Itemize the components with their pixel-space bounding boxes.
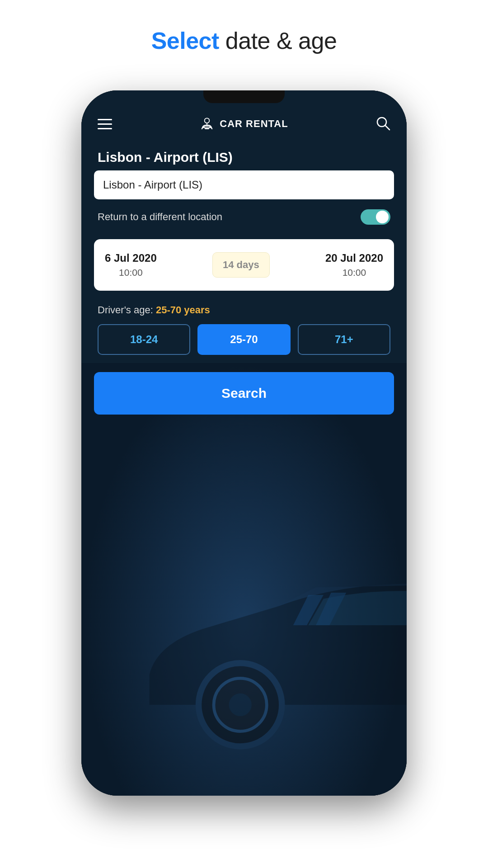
title-rest: date & age [219,28,337,54]
car-rental-icon [199,116,215,132]
svg-point-2 [202,128,205,130]
duration-badge: 14 days [212,252,270,278]
svg-point-0 [205,118,210,123]
age-value: 25-70 years [156,304,210,316]
age-btn-71plus[interactable]: 71+ [298,324,390,355]
return-toggle[interactable] [361,209,390,225]
location-input-wrapper[interactable] [94,170,394,199]
end-date: 20 Jul 2020 [325,252,383,264]
car-background-section: Search [81,363,407,796]
location-label: Lisbon - Airport (LIS) [81,142,407,170]
age-label: Driver's age: 25-70 years [98,304,390,316]
date-picker-card[interactable]: 6 Jul 2020 10:00 14 days 20 Jul 2020 10:… [94,239,394,291]
menu-button[interactable] [98,119,112,129]
title-highlight: Select [151,28,219,54]
age-btn-18-24[interactable]: 18-24 [98,324,190,355]
age-btn-25-70[interactable]: 25-70 [197,324,290,355]
driver-age-section: Driver's age: 25-70 years 18-24 25-70 71… [81,300,407,363]
start-date-block[interactable]: 6 Jul 2020 10:00 [105,252,157,278]
car-illustration [81,493,407,796]
search-button[interactable]: Search [94,372,394,415]
page-title: Select date & age [151,27,337,54]
end-time: 10:00 [343,267,366,278]
start-time: 10:00 [119,267,143,278]
svg-point-9 [229,693,252,716]
header-search-button[interactable] [375,115,390,132]
svg-point-3 [209,128,211,130]
location-input[interactable] [103,179,385,191]
search-icon [375,115,390,131]
toggle-knob [376,211,389,223]
svg-point-5 [377,118,386,127]
brand-label: CAR RENTAL [220,118,288,130]
svg-rect-4 [205,126,210,128]
svg-line-6 [385,126,389,130]
age-buttons-group: 18-24 25-70 71+ [98,324,390,355]
brand-logo: CAR RENTAL [199,116,288,132]
return-toggle-row: Return to a different location [81,199,407,235]
end-date-block[interactable]: 20 Jul 2020 10:00 [325,252,383,278]
car-background [81,363,407,796]
phone-notch [203,90,285,103]
phone-mockup: CAR RENTAL Lisbon - Airport (LIS) Return… [81,90,407,796]
start-date: 6 Jul 2020 [105,252,157,264]
return-label: Return to a different location [98,211,222,223]
phone-screen: CAR RENTAL Lisbon - Airport (LIS) Return… [81,90,407,796]
